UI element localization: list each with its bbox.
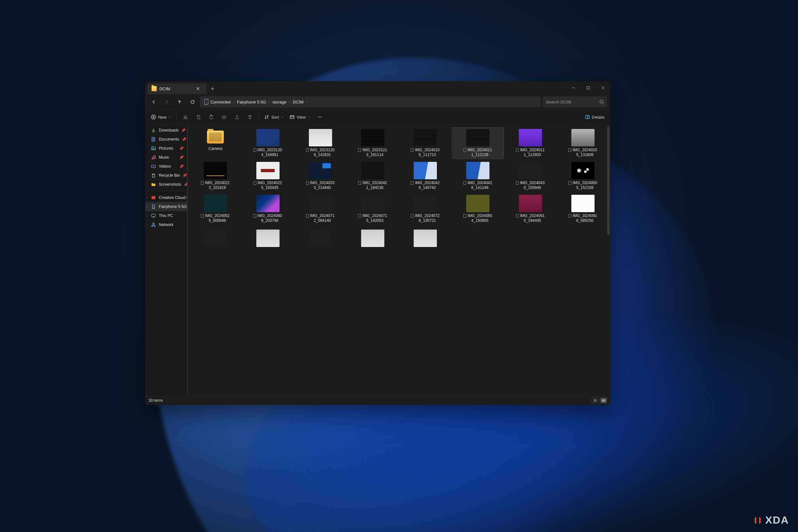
search-icon (600, 100, 604, 104)
delete-icon (247, 114, 252, 120)
file-item[interactable]: IMG_20240726_135721 (400, 193, 451, 224)
file-item[interactable]: IMG_20240430_155949 (505, 160, 556, 191)
breadcrumb-root[interactable]: Connected (203, 96, 232, 107)
minimize-button[interactable] (566, 81, 581, 94)
maximize-button[interactable] (581, 81, 595, 94)
refresh-button[interactable] (187, 96, 198, 107)
details-icon (585, 114, 590, 120)
sidebar-item-pictures[interactable]: Pictures📌 (145, 144, 188, 153)
image-thumbnail (361, 162, 384, 179)
back-button[interactable] (148, 96, 159, 107)
breadcrumb-label: Connected (210, 100, 230, 104)
content-area[interactable]: CameraIMG_20231204_154951IMG_20231209_14… (188, 125, 610, 396)
copy-button[interactable] (192, 112, 204, 122)
xda-watermark: XDA (753, 514, 789, 526)
videos-icon (151, 164, 156, 169)
sidebar-item-screenshots[interactable]: Screenshots📌 (145, 180, 188, 189)
file-item[interactable] (347, 228, 399, 248)
file-item[interactable] (190, 228, 241, 248)
file-name: IMG_20240726_135721 (411, 213, 440, 223)
file-item[interactable]: IMG_20231204_154951 (242, 128, 293, 159)
new-button[interactable]: New (148, 112, 174, 122)
file-name: Camera (209, 146, 223, 151)
view-icon (289, 114, 295, 120)
file-item[interactable]: IMG_20240105_111713 (400, 128, 451, 159)
sidebar-item-network[interactable]: ›Network (145, 220, 188, 229)
more-button[interactable] (314, 112, 326, 122)
file-item[interactable] (295, 228, 346, 248)
forward-button[interactable] (161, 96, 172, 107)
folder-item[interactable]: Camera (190, 128, 241, 159)
scrollbar[interactable] (607, 127, 610, 235)
file-item[interactable]: IMG_20240205_131606 (557, 128, 608, 159)
pin-icon: 📌 (184, 183, 188, 187)
sidebar-item-downloads[interactable]: Downloads📌 (145, 126, 188, 135)
file-item[interactable]: IMG_20240712_084140 (295, 193, 346, 224)
image-thumbnail (414, 195, 437, 212)
file-item[interactable]: IMG_20240330_214840 (295, 160, 346, 191)
view-thumbnails-button[interactable] (600, 398, 607, 403)
file-item[interactable]: IMG_20240505_152158 (557, 160, 608, 191)
share-button[interactable] (231, 112, 243, 122)
file-item[interactable]: IMG_20240223_101819 (190, 160, 241, 191)
window-tab[interactable]: DCIM (147, 83, 207, 94)
file-item[interactable] (242, 228, 293, 248)
view-details-button[interactable] (592, 398, 599, 403)
sidebar-item-videos[interactable]: Videos📌 (145, 162, 188, 171)
sidebar-item-documents[interactable]: Documents📌 (145, 135, 188, 144)
sort-button[interactable]: Sort (262, 112, 286, 122)
file-name: IMG_20240715_142053 (358, 213, 387, 223)
file-item[interactable]: IMG_20231213_191114 (347, 128, 399, 159)
file-item[interactable]: IMG_20240111_112136 (452, 128, 504, 159)
svg-rect-22 (152, 214, 155, 217)
details-pane-button[interactable]: Details (582, 112, 607, 122)
file-item[interactable]: IMG_20240225_160435 (242, 160, 293, 191)
file-item[interactable]: IMG_20240428_140742 (400, 160, 451, 191)
image-thumbnail (309, 162, 332, 179)
file-icon (306, 181, 309, 185)
file-item[interactable]: IMG_20240918_085250 (557, 193, 608, 224)
paste-button[interactable] (205, 112, 217, 122)
breadcrumb-item[interactable]: Fairphone 5 5G (235, 96, 268, 107)
file-item[interactable]: IMG_20240715_142053 (347, 193, 399, 224)
sidebar-item-label: Downloads (159, 128, 178, 133)
file-item[interactable]: IMG_20240525_005649 (190, 193, 241, 224)
file-name: IMG_20231204_154951 (253, 148, 282, 157)
breadcrumb-item[interactable]: storage (270, 96, 288, 107)
new-tab-button[interactable] (207, 83, 218, 94)
cut-button[interactable] (179, 112, 191, 122)
file-name: IMG_20240205_131606 (568, 148, 597, 157)
file-explorer-window: DCIM Connected › Fairphone 5 5G› storage… (145, 81, 610, 405)
file-item[interactable] (400, 228, 451, 248)
folder-thumbnail (206, 129, 225, 145)
file-item[interactable]: IMG_20240804_150955 (452, 193, 504, 224)
address-bar[interactable]: Connected › Fairphone 5 5G› storage› DCI… (200, 96, 541, 107)
search-input[interactable]: Search DCIM (543, 96, 607, 107)
up-button[interactable] (174, 96, 185, 107)
sidebar-item-recycle-bin[interactable]: Recycle Bin📌 (145, 171, 188, 180)
sidebar-item-music[interactable]: Music📌 (145, 153, 188, 162)
view-button[interactable]: View (287, 112, 313, 122)
image-thumbnail (309, 230, 332, 247)
sidebar-item-creative-cloud-f[interactable]: ›Creative Cloud F (145, 193, 188, 202)
close-window-button[interactable] (595, 81, 610, 94)
tab-close-button[interactable] (194, 84, 202, 93)
file-icon (516, 148, 519, 152)
sort-icon (264, 114, 269, 120)
file-item[interactable]: IMG_20240111_112603 (505, 128, 556, 159)
rename-button[interactable] (218, 112, 230, 122)
file-item[interactable]: IMG_20240428_141248 (452, 160, 504, 191)
sidebar-item-label: Network (159, 223, 173, 227)
more-icon (317, 114, 322, 120)
breadcrumb-item[interactable]: DCIM (291, 96, 305, 107)
sidebar-item-fairphone-5-5g[interactable]: ›Fairphone 5 5G (145, 202, 188, 211)
pin-icon: 📌 (179, 146, 184, 151)
file-item[interactable]: IMG_20240910_194405 (505, 193, 556, 224)
image-thumbnail (571, 129, 594, 146)
file-item[interactable]: IMG_20240421_184236 (347, 160, 399, 191)
sidebar-item-this-pc[interactable]: ›This PC (145, 211, 188, 220)
file-item[interactable]: IMG_20231209_142631 (295, 128, 346, 159)
image-thumbnail (204, 195, 227, 212)
delete-button[interactable] (244, 112, 256, 122)
file-item[interactable]: IMG_20240608_203756 (242, 193, 293, 224)
